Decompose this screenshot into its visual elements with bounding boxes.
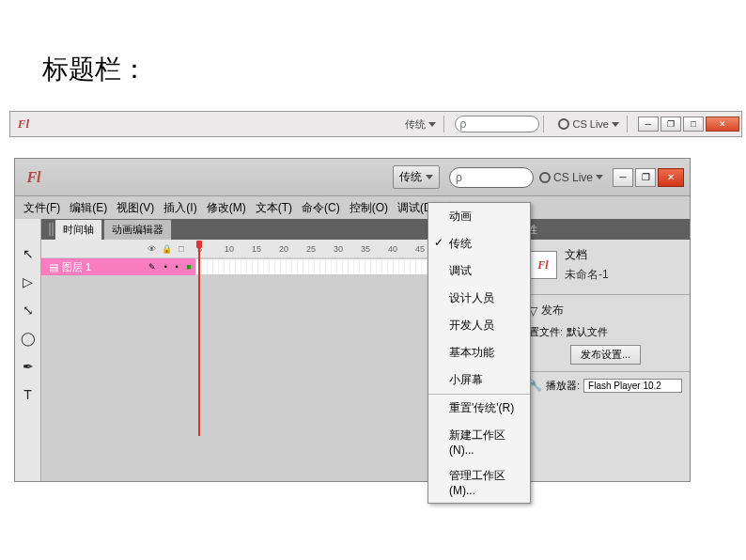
ws-item-essentials[interactable]: 基本功能 bbox=[428, 339, 530, 366]
workspace-label: 传统 bbox=[399, 169, 422, 185]
minimize-button[interactable]: ─ bbox=[613, 168, 633, 187]
text-tool-icon[interactable]: T bbox=[20, 386, 37, 403]
cslive-button-small[interactable]: CS Live bbox=[558, 118, 619, 130]
ws-manage[interactable]: 管理工作区(M)... bbox=[428, 462, 530, 503]
publish-settings-button[interactable]: 发布设置... bbox=[570, 345, 641, 365]
titlebar: Fl 传统 ρ CS Live ─ ❐ ✕ bbox=[15, 159, 690, 196]
minimize-button[interactable]: ─ bbox=[638, 117, 659, 132]
workspace-menu: 动画 传统 调试 设计人员 开发人员 基本功能 小屏幕 重置'传统'(R) 新建… bbox=[427, 202, 531, 504]
tab-timeline[interactable]: 时间轴 bbox=[54, 219, 102, 240]
search-icon: ρ bbox=[459, 117, 466, 131]
menu-commands[interactable]: 命令(C) bbox=[297, 198, 345, 218]
app-logo-icon: Fl bbox=[24, 168, 43, 187]
cslive-icon bbox=[558, 118, 569, 130]
player-label: 播放器: bbox=[546, 379, 580, 393]
chevron-down-icon bbox=[596, 175, 603, 179]
playhead[interactable] bbox=[196, 241, 202, 278]
pencil-icon: ✎ bbox=[148, 262, 156, 272]
ws-item-debug[interactable]: 调试 bbox=[428, 257, 530, 285]
properties-tab[interactable]: 性 bbox=[521, 219, 690, 240]
window-controls: ─ ❐ ✕ bbox=[613, 168, 684, 187]
layer-icon: ▤ bbox=[49, 261, 58, 273]
free-transform-tool-icon[interactable]: ⤡ bbox=[20, 302, 37, 319]
ws-item-classic[interactable]: 传统 bbox=[428, 230, 530, 257]
ws-item-designer[interactable]: 设计人员 bbox=[428, 285, 530, 312]
pen-tool-icon[interactable]: ✒ bbox=[20, 358, 37, 375]
chevron-down-icon bbox=[426, 175, 433, 179]
menu-control[interactable]: 控制(O) bbox=[345, 198, 393, 218]
lock-icon[interactable]: 🔒 bbox=[160, 244, 173, 254]
layer-name[interactable]: ▤图层 1 bbox=[41, 258, 145, 275]
menu-modify[interactable]: 修改(M) bbox=[202, 198, 251, 218]
cslive-icon bbox=[539, 172, 551, 183]
subselection-tool-icon[interactable]: ▷ bbox=[20, 273, 37, 290]
menubar: 文件(F) 编辑(E) 视图(V) 插入(I) 修改(M) 文本(T) 命令(C… bbox=[15, 196, 690, 219]
publish-section-label: 发布 bbox=[541, 303, 564, 319]
maximize-button[interactable]: □ bbox=[683, 117, 704, 132]
cslive-button[interactable]: CS Live bbox=[539, 171, 603, 184]
outline-icon[interactable]: □ bbox=[175, 244, 188, 254]
workspace-dropdown[interactable]: 传统 bbox=[393, 165, 440, 189]
page-title: 标题栏： bbox=[42, 52, 148, 87]
chevron-down-icon bbox=[428, 122, 436, 127]
layer-controls: ✎ •• ■ bbox=[145, 258, 195, 275]
doc-type-label: 文档 bbox=[565, 247, 609, 263]
selection-tool-icon[interactable]: ↖ bbox=[20, 245, 37, 262]
lasso-tool-icon[interactable]: ◯ bbox=[20, 330, 37, 347]
document-icon: Fl bbox=[529, 251, 557, 279]
config-value: 默认文件 bbox=[567, 325, 608, 339]
ws-item-developer[interactable]: 开发人员 bbox=[428, 312, 530, 339]
ws-new[interactable]: 新建工作区(N)... bbox=[428, 422, 530, 462]
outline-color-icon[interactable]: ■ bbox=[186, 262, 191, 272]
window-controls-small: ─ ❐ □ ✕ bbox=[638, 117, 739, 132]
player-select[interactable]: Flash Player 10.2 bbox=[583, 379, 682, 393]
menu-view[interactable]: 视图(V) bbox=[112, 198, 159, 218]
properties-panel: 性 Fl 文档 未命名-1 ▽发布 置文件:默认文件 发布设置... 🔧 播放器… bbox=[521, 219, 690, 481]
search-input[interactable]: ρ bbox=[449, 167, 534, 188]
menu-insert[interactable]: 插入(I) bbox=[159, 198, 201, 218]
tab-motion-editor[interactable]: 动画编辑器 bbox=[103, 219, 172, 240]
ws-reset[interactable]: 重置'传统'(R) bbox=[428, 394, 530, 422]
topbar-small: Fl 传统 ρ CS Live ─ ❐ □ ✕ bbox=[9, 111, 742, 137]
menu-text[interactable]: 文本(T) bbox=[251, 198, 297, 218]
workspace-dropdown-small[interactable]: 传统 bbox=[401, 116, 440, 133]
search-icon: ρ bbox=[456, 171, 462, 184]
search-input-small[interactable]: ρ bbox=[455, 116, 539, 132]
toolbox: ↖ ▷ ⤡ ◯ ✒ T bbox=[15, 219, 41, 481]
menu-edit[interactable]: 编辑(E) bbox=[65, 198, 112, 218]
doc-name: 未命名-1 bbox=[565, 267, 609, 283]
workspace-label: 传统 bbox=[405, 117, 426, 132]
grip-icon[interactable] bbox=[45, 219, 54, 240]
restore-button[interactable]: ❐ bbox=[635, 168, 656, 187]
main-window: Fl 传统 ρ CS Live ─ ❐ ✕ 文件(F) 编辑(E) 视图(V) … bbox=[14, 158, 691, 482]
player-wrench-icon[interactable]: 🔧 bbox=[529, 380, 542, 392]
chevron-down-icon bbox=[612, 122, 619, 127]
close-button[interactable]: ✕ bbox=[706, 117, 739, 132]
close-button[interactable]: ✕ bbox=[658, 168, 684, 187]
restore-button[interactable]: ❐ bbox=[661, 117, 681, 132]
app-logo-icon: Fl bbox=[14, 115, 33, 133]
ws-item-smallscreen[interactable]: 小屏幕 bbox=[428, 366, 530, 394]
ws-item-animation[interactable]: 动画 bbox=[428, 203, 530, 230]
menu-file[interactable]: 文件(F) bbox=[19, 198, 65, 218]
eye-icon[interactable]: 👁 bbox=[145, 244, 158, 254]
config-label: 置文件: bbox=[529, 325, 563, 339]
